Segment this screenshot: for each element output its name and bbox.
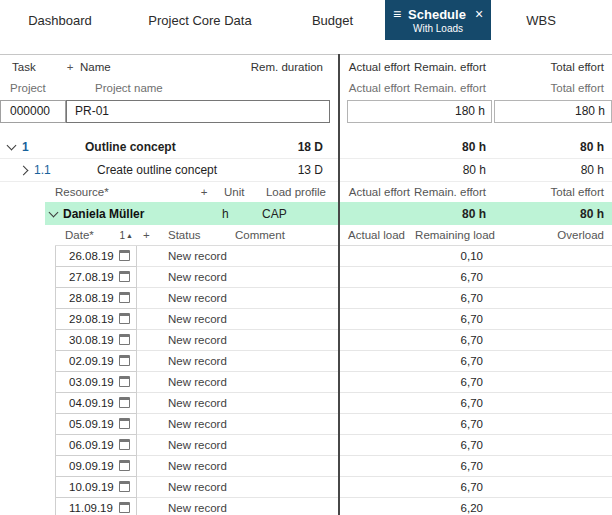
date-value: 27.08.19 — [69, 271, 114, 283]
calendar-icon[interactable] — [119, 250, 130, 261]
col-header-actual-effort: Actual effort — [340, 186, 412, 198]
chevron-down-icon[interactable] — [7, 141, 17, 151]
tab-schedule-active[interactable]: ≡ Schedule × With Loads — [385, 0, 491, 40]
calendar-icon[interactable] — [119, 292, 130, 303]
date-cell[interactable]: 05.09.19 — [55, 414, 137, 435]
col-header-comment: Comment — [235, 229, 340, 241]
col-header-load-profile: Load profile — [254, 186, 340, 198]
remaining-load-cell[interactable]: 6,70 — [408, 439, 497, 451]
date-cell[interactable]: 26.08.19 — [55, 246, 137, 267]
date-value: 04.09.19 — [69, 397, 114, 409]
date-cell[interactable]: 10.09.19 — [55, 477, 137, 498]
calendar-icon[interactable] — [119, 481, 130, 492]
tab-project-core-data[interactable]: Project Core Data — [120, 0, 280, 40]
calendar-icon[interactable] — [119, 460, 130, 471]
load-row: 02.09.19 New record 6,70 — [55, 351, 612, 372]
calendar-icon[interactable] — [119, 502, 130, 513]
resource-unit: h — [210, 207, 250, 221]
task-rem-duration: 18 D — [240, 140, 340, 154]
tab-bar: Dashboard Project Core Data Budget ≡ Sch… — [0, 0, 612, 40]
date-cell[interactable]: 04.09.19 — [55, 393, 137, 414]
remaining-load-cell[interactable]: 6,70 — [408, 418, 497, 430]
remaining-load-cell[interactable]: 6,70 — [408, 460, 497, 472]
calendar-icon[interactable] — [119, 439, 130, 450]
status-text: New record — [168, 292, 235, 304]
project-name-input[interactable] — [66, 100, 330, 123]
task-number: 1 — [22, 140, 85, 154]
task-name: Create outline concept — [97, 163, 240, 177]
status-text: New record — [168, 397, 235, 409]
date-cell[interactable]: 30.08.19 — [55, 330, 137, 351]
tab-budget[interactable]: Budget — [280, 0, 385, 40]
col-header-status: Status — [168, 229, 235, 241]
load-row: 04.09.19 New record 6,70 — [55, 393, 612, 414]
date-cell[interactable]: 11.09.19 — [55, 498, 137, 515]
tab-dashboard[interactable]: Dashboard — [0, 0, 120, 40]
load-row: 10.09.19 New record 6,70 — [55, 477, 612, 498]
calendar-icon[interactable] — [119, 376, 130, 387]
calendar-icon[interactable] — [119, 271, 130, 282]
tab-schedule-title-row: ≡ Schedule × — [393, 7, 483, 22]
date-cell[interactable]: 02.09.19 — [55, 351, 137, 372]
date-value: 28.08.19 — [69, 292, 114, 304]
menu-icon[interactable]: ≡ — [393, 7, 401, 21]
remaining-load-cell[interactable]: 6,70 — [408, 334, 497, 346]
status-text: New record — [168, 502, 235, 514]
remaining-load-cell[interactable]: 6,20 — [408, 502, 497, 514]
add-task-button[interactable]: + — [60, 61, 80, 73]
status-text: New record — [168, 250, 235, 262]
chevron-down-icon[interactable] — [49, 207, 59, 217]
status-text: New record — [168, 271, 235, 283]
date-cell[interactable]: 03.09.19 — [55, 372, 137, 393]
calendar-icon[interactable] — [119, 355, 130, 366]
resource-row-selected[interactable]: Daniela Müller h CAP 80 h 80 h — [45, 202, 612, 225]
effort-table-header-row: Task + Name Rem. duration Actual effort … — [0, 55, 612, 78]
col-header-total-effort: Total effort — [490, 61, 612, 73]
status-text: New record — [168, 334, 235, 346]
tab-label: Budget — [312, 13, 353, 28]
task-row-1[interactable]: 1 Outline concept 18 D 80 h 80 h — [0, 136, 612, 159]
remaining-load-cell[interactable]: 6,70 — [408, 355, 497, 367]
load-row: 28.08.19 New record 6,70 — [55, 288, 612, 309]
remaining-load-cell[interactable]: 0,10 — [408, 250, 497, 262]
chevron-right-icon[interactable] — [19, 165, 29, 175]
task-row-1-1[interactable]: 1.1 Create outline concept 13 D 80 h 80 … — [0, 159, 612, 182]
add-load-row-button[interactable]: + — [137, 229, 168, 241]
calendar-icon[interactable] — [119, 334, 130, 345]
remaining-load-cell[interactable]: 6,70 — [408, 397, 497, 409]
date-cell[interactable]: 06.09.19 — [55, 435, 137, 456]
remaining-load-cell[interactable]: 6,70 — [408, 271, 497, 283]
date-cell[interactable]: 09.09.19 — [55, 456, 137, 477]
date-value: 09.09.19 — [69, 460, 114, 472]
close-tab-icon[interactable]: × — [475, 7, 483, 21]
status-text: New record — [168, 460, 235, 472]
date-cell[interactable]: 28.08.19 — [55, 288, 137, 309]
remaining-load-cell[interactable]: 6,70 — [408, 313, 497, 325]
schedule-table: Task + Name Rem. duration Actual effort … — [0, 54, 612, 515]
load-row: 27.08.19 New record 6,70 — [55, 267, 612, 288]
project-total-effort-cell: 180 h — [494, 100, 612, 123]
chevron-wrap — [20, 167, 34, 174]
tab-wbs[interactable]: WBS — [491, 0, 591, 40]
col-header-project-name: Project name — [95, 82, 240, 94]
remaining-load-cell[interactable]: 6,70 — [408, 481, 497, 493]
date-header-label: Date* — [65, 229, 94, 241]
date-cell[interactable]: 27.08.19 — [55, 267, 137, 288]
add-resource-button[interactable]: + — [194, 186, 214, 198]
project-row: 000000 180 h 180 h — [0, 98, 612, 124]
load-table-header-row: Date* 1 ▲ + Status Comment Actual load R… — [55, 225, 612, 246]
sort-ascending-control[interactable]: 1 ▲ — [120, 230, 138, 241]
calendar-icon[interactable] — [119, 397, 130, 408]
load-row: 29.08.19 New record 6,70 — [55, 309, 612, 330]
col-header-unit: Unit — [214, 186, 254, 198]
date-cell[interactable]: 29.08.19 — [55, 309, 137, 330]
remaining-load-cell[interactable]: 6,70 — [408, 376, 497, 388]
project-id-cell[interactable]: 000000 — [0, 100, 66, 123]
status-text: New record — [168, 439, 235, 451]
remaining-load-cell[interactable]: 6,70 — [408, 292, 497, 304]
status-text: New record — [168, 376, 235, 388]
date-value: 02.09.19 — [69, 355, 114, 367]
calendar-icon[interactable] — [119, 418, 130, 429]
load-row: 26.08.19 New record 0,10 — [55, 246, 612, 267]
calendar-icon[interactable] — [119, 313, 130, 324]
